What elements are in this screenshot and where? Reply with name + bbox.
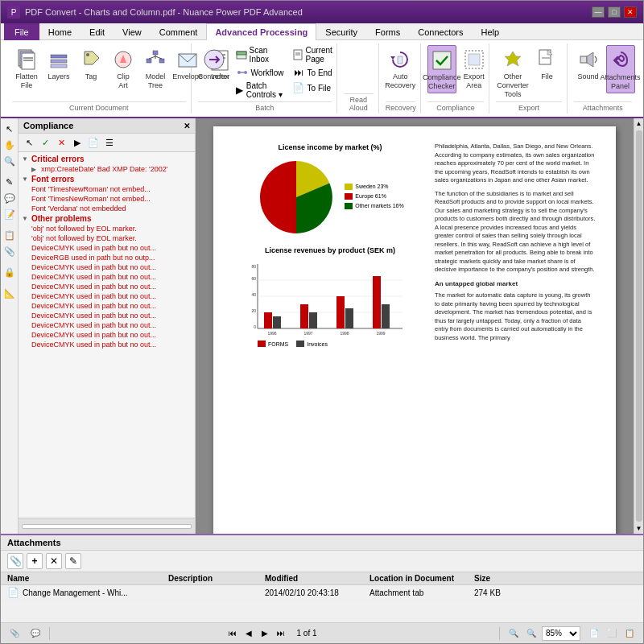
zoom-level-select[interactable]: 85% 100% 150% 50% <box>542 626 580 641</box>
scroll-up-btn[interactable]: ▲ <box>634 118 643 129</box>
tree-font1[interactable]: Font 'TimesNewRoman' not embed... <box>20 184 193 194</box>
tree-cmyk6[interactable]: DeviceCMYK used in path but no out... <box>20 301 193 311</box>
tree-critical-errors[interactable]: ▼ Critical errors <box>20 154 193 164</box>
attach-add-btn[interactable]: 📎 <box>7 553 23 569</box>
edit-tool-button[interactable]: ✎ <box>2 175 17 189</box>
scroll-thumb[interactable] <box>636 130 642 522</box>
tab-forms[interactable]: Forms <box>366 23 409 40</box>
maximize-button[interactable]: □ <box>608 6 621 18</box>
to-file-button[interactable]: 📄 To File <box>290 80 336 95</box>
tree-obj1[interactable]: 'obj' not followed by EOL marker. <box>20 224 193 233</box>
security-tool-button[interactable]: 🔒 <box>2 265 17 279</box>
zoom-tool-button[interactable]: 🔍 <box>2 154 17 168</box>
check-btn[interactable]: ✓ <box>38 135 52 150</box>
list-btn[interactable]: ☰ <box>102 135 117 150</box>
compliance-checker-button[interactable]: ComplianceChecker <box>427 45 456 93</box>
comment-tool-button[interactable]: 💬 <box>2 191 17 205</box>
svg-line-14 <box>149 56 155 59</box>
file-export-button[interactable]: File <box>533 45 562 83</box>
tab-connectors[interactable]: Connectors <box>409 23 472 40</box>
tab-home[interactable]: Home <box>39 23 80 40</box>
tree-cmyk5[interactable]: DeviceCMYK used in path but no out... <box>20 291 193 301</box>
tree-obj2[interactable]: 'obj' not followed by EOL marker. <box>20 233 193 243</box>
tree-cmyk2[interactable]: DeviceCMYK used in path but no out... <box>20 262 193 272</box>
tab-advanced-processing[interactable]: Advanced Processing <box>206 23 316 40</box>
tree-cmyk8[interactable]: DeviceCMYK used in path but no out... <box>20 320 193 330</box>
play-btn[interactable]: ▶ <box>70 135 85 150</box>
nav-first-btn[interactable]: ⏮ <box>225 626 240 641</box>
tree-cmyk7[interactable]: DeviceCMYK used in path but no out... <box>20 311 193 320</box>
svg-rect-38 <box>580 56 587 63</box>
tab-security[interactable]: Security <box>316 23 366 40</box>
hand-tool-button[interactable]: ✋ <box>2 138 17 152</box>
current-page-button[interactable]: Current Page <box>290 45 336 64</box>
tab-edit[interactable]: Edit <box>80 23 114 40</box>
panel-scrollbar[interactable] <box>22 524 192 529</box>
cmyk8-label: DeviceCMYK used in path but no out... <box>31 321 156 329</box>
tree-cmyk3[interactable]: DeviceCMYK used in path but no out... <box>20 272 193 282</box>
converter-button[interactable]: Converter <box>198 45 230 83</box>
batch-small-items: Scan Inbox Workflow ▶ Batch Controls ▾ <box>233 45 287 100</box>
tree-cmyk1[interactable]: DeviceCMYK used in path but no out... <box>20 243 193 253</box>
export-area-icon <box>461 47 487 72</box>
tab-help[interactable]: Help <box>473 23 509 40</box>
stamp-tool-button[interactable]: 📋 <box>2 228 17 242</box>
tree-cmyk9[interactable]: DeviceCMYK used in path but no out... <box>20 330 193 340</box>
status-right-btn2[interactable]: ⬜ <box>605 626 619 641</box>
model-tree-button[interactable]: ModelTree <box>141 45 170 92</box>
attach-new-btn[interactable]: + <box>27 553 43 569</box>
tab-file[interactable]: File <box>4 23 39 40</box>
tab-view[interactable]: View <box>114 23 151 40</box>
status-right-btn3[interactable]: 📋 <box>622 626 637 641</box>
nav-next-btn[interactable]: ▶ <box>258 626 272 641</box>
attach-tool-button[interactable]: 📎 <box>2 244 17 258</box>
tree-xmp-error[interactable]: ▶ xmp:CreateDate' Bad XMP Date: '2002' <box>20 164 193 174</box>
flatten-file-button[interactable]: FlattenFile <box>12 45 41 92</box>
other-converter-tools-button[interactable]: Other ConverterTools <box>496 45 529 100</box>
close-button[interactable]: ✕ <box>624 6 637 18</box>
select-tool-button[interactable]: ↖ <box>2 122 17 136</box>
status-attach-btn[interactable]: 📎 <box>7 626 22 641</box>
tag-label: Tag <box>85 72 97 81</box>
measure-tool-button[interactable]: 📐 <box>2 286 17 300</box>
right-scrollbar[interactable]: ▲ ▼ <box>634 118 643 534</box>
status-right-btn1[interactable]: 📄 <box>587 626 601 641</box>
panel-close-icon[interactable]: ✕ <box>184 122 190 130</box>
tree-cmyk10[interactable]: DeviceCMYK used in path but no out... <box>20 340 193 349</box>
zoom-in-btn[interactable]: 🔍 <box>524 626 539 641</box>
document-scroll[interactable]: License income by market (%) <box>196 118 634 534</box>
tree-font-errors[interactable]: ▼ Font errors <box>20 174 193 184</box>
tree-cmyk4[interactable]: DeviceCMYK used in path but no out... <box>20 282 193 291</box>
scroll-down-btn[interactable]: ▼ <box>634 523 643 534</box>
x-btn[interactable]: ✕ <box>54 135 68 150</box>
batch-controls-button[interactable]: ▶ Batch Controls ▾ <box>233 80 287 100</box>
sound-button[interactable]: Sound <box>574 45 603 83</box>
to-end-button[interactable]: ⏭ To End <box>290 65 336 80</box>
tab-comment[interactable]: Comment <box>151 23 207 40</box>
attach-edit-btn[interactable]: ✎ <box>65 553 81 569</box>
markup-tool-button[interactable]: 📝 <box>2 207 17 221</box>
status-comment-btn[interactable]: 💬 <box>28 626 43 641</box>
auto-recovery-button[interactable]: AutoRecovery <box>386 45 415 92</box>
tree-font3[interactable]: Font 'Verdana' not embedded <box>20 204 193 213</box>
scan-inbox-button[interactable]: Scan Inbox <box>233 45 287 64</box>
tree-rgb1[interactable]: DeviceRGB used in path but no outp... <box>20 253 193 262</box>
nav-prev-btn[interactable]: ◀ <box>242 626 256 641</box>
nav-last-btn[interactable]: ⏭ <box>274 626 288 641</box>
tag-button[interactable]: Tag <box>76 45 105 83</box>
workflow-button[interactable]: Workflow <box>233 65 287 80</box>
tree-font2[interactable]: Font 'TimesNewRoman' not embed... <box>20 194 193 204</box>
cursor-tool-btn[interactable]: ↖ <box>22 135 36 150</box>
attachment-row[interactable]: 📄 Change Management - Whi... 2014/02/10 … <box>1 585 643 601</box>
doc-btn[interactable]: 📄 <box>86 135 101 150</box>
side-toolbar: ↖ ✋ 🔍 ✎ 💬 📝 📋 📎 🔒 📐 <box>1 118 19 534</box>
tree-other-problems[interactable]: ▼ Other problems <box>20 213 193 224</box>
clip-art-button[interactable]: Clip Art <box>109 45 138 92</box>
ribbon-group-export: Other ConverterTools File Export <box>491 43 567 114</box>
attach-delete-btn[interactable]: ✕ <box>46 553 62 569</box>
export-area-button[interactable]: ExportArea <box>460 45 489 92</box>
layers-button[interactable]: Layers <box>44 45 73 83</box>
zoom-out-btn[interactable]: 🔍 <box>506 626 521 641</box>
attachments-panel-button[interactable]: AttachmentsPanel <box>606 45 635 93</box>
minimize-button[interactable]: — <box>592 6 605 18</box>
